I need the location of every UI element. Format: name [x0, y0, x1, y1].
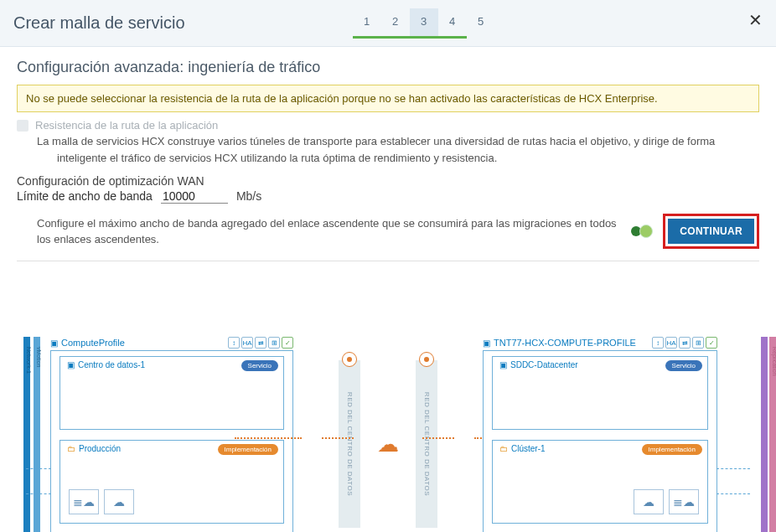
- right-site-frame: ▣ SDDC-Datacenter Servicio 🗀 Clúster-1 I…: [483, 350, 717, 532]
- left-dashed-link-1: [26, 468, 51, 469]
- chain-icon: ⇄: [255, 337, 266, 349]
- app-path-resiliency-checkbox: [17, 120, 28, 132]
- step-5[interactable]: 5: [467, 8, 495, 38]
- profile-icon: ▣: [50, 338, 58, 348]
- wizard-body: Configuración avanzada: ingeniería de tr…: [0, 47, 776, 532]
- center-zone: RED DEL CENTRO DE DATOS ☁ RED DEL CENTRO…: [293, 337, 483, 532]
- dc-node-left-icon: [342, 352, 357, 367]
- right-profile-icons: ↕ HA ⇄ ⊞ ✓: [652, 337, 717, 349]
- right-rails: Replication Administrador de HCX: [759, 337, 776, 532]
- check-icon: ✓: [282, 337, 293, 349]
- right-service-container: ▣ SDDC-Datacenter Servicio: [492, 356, 708, 430]
- updown-icon: ↕: [228, 337, 240, 349]
- right-dashed-link-1: [717, 468, 750, 469]
- right-profile-title: ▣ TNT77-HCX-COMPUTE-PROFILE: [483, 338, 636, 348]
- ha-icon: HA: [665, 337, 677, 349]
- continue-highlight: CONTINUAR: [663, 214, 759, 249]
- bandwidth-row: Límite de ancho de banda Mb/s: [17, 189, 759, 204]
- uplink-config-text: Configure el máximo ancho de banda agreg…: [17, 215, 620, 248]
- right-deployment-container: 🗀 Clúster-1 Implementación ☁ ≣☁: [492, 440, 708, 524]
- service-pill: Servicio: [665, 360, 702, 371]
- left-service-container: ▣ Centro de datos-1 Servicio: [59, 356, 284, 430]
- wizard-title: Crear malla de servicio: [13, 13, 185, 33]
- left-site: Network-1 vMotion Administrador de HCX ▣…: [17, 337, 293, 532]
- cloud-icon: ☁: [377, 431, 399, 457]
- rail-blue1: Network-1: [23, 337, 30, 532]
- net-icon: ⊞: [268, 337, 280, 349]
- app-path-resiliency-row: Resistencia de la ruta de la aplicación: [17, 119, 759, 132]
- net-icon: ⊞: [692, 337, 704, 349]
- led-light-icon: [639, 225, 653, 238]
- wan-optimization-heading: Configuración de optimización WAN: [17, 174, 759, 188]
- topology-diagram: Network-1 vMotion Administrador de HCX ▣…: [17, 337, 759, 532]
- dash-cloud-to-col-r: [422, 437, 454, 439]
- right-dc-label: ▣ SDDC-Datacenter: [499, 360, 578, 369]
- wizard-header: Crear malla de servicio 1 2 3 4 5 ✕: [0, 0, 776, 47]
- bandwidth-input[interactable]: [161, 189, 228, 204]
- right-bottom-label: Administrador de HCX: [727, 471, 776, 532]
- app-path-resiliency-description: La malla de servicios HCX construye vari…: [37, 133, 759, 166]
- uplink-toggle[interactable]: [631, 225, 653, 238]
- impl-pill: Implementación: [218, 444, 278, 455]
- appliance-cloud-icon: ☁: [634, 489, 664, 514]
- center-col-right: RED DEL CENTRO DE DATOS: [416, 360, 437, 528]
- page-title: Configuración avanzada: ingeniería de tr…: [17, 59, 759, 76]
- bandwidth-label: Límite de ancho de banda: [17, 189, 153, 203]
- dc-icon: ▣: [499, 360, 507, 369]
- close-icon[interactable]: ✕: [748, 10, 763, 30]
- left-rails: Network-1 vMotion Administrador de HCX: [17, 337, 50, 532]
- left-appliance-row: ≣☁ ☁: [69, 489, 134, 514]
- left-prod-label: 🗀 Producción: [67, 444, 121, 453]
- right-appliance-row: ☁ ≣☁: [634, 489, 699, 514]
- center-col-left: RED DEL CENTRO DE DATOS: [339, 360, 360, 528]
- dc-node-right-icon: [419, 352, 434, 367]
- left-profile-icons: ↕ HA ⇄ ⊞ ✓: [228, 337, 293, 349]
- chain-icon: ⇄: [679, 337, 691, 349]
- appliance-stack-icon: ≣☁: [69, 489, 99, 514]
- left-deployment-container: 🗀 Producción Implementación ≣☁ ☁: [59, 440, 284, 524]
- left-dashed-link-2: [26, 493, 51, 494]
- check-icon: ✓: [706, 337, 717, 349]
- updown-icon: ↕: [652, 337, 664, 349]
- center-col-right-label: RED DEL CENTRO DE DATOS: [423, 392, 431, 496]
- wizard-steps: 1 2 3 4 5: [353, 8, 495, 38]
- step-2[interactable]: 2: [381, 8, 410, 38]
- right-site: ▣ TNT77-HCX-COMPUTE-PROFILE ↕ HA ⇄ ⊞ ✓ ▣…: [483, 337, 759, 532]
- left-site-frame: ▣ Centro de datos-1 Servicio 🗀 Producció…: [50, 350, 293, 532]
- continue-button[interactable]: CONTINUAR: [668, 219, 754, 244]
- rail-blue2: vMotion: [34, 337, 40, 532]
- dash-col-to-cloud-l: [322, 437, 354, 439]
- uplink-config-row: Configure el máximo ancho de banda agreg…: [17, 210, 759, 261]
- impl-pill: Implementación: [642, 444, 702, 455]
- left-dc-label: ▣ Centro de datos-1: [67, 360, 145, 369]
- warning-banner: No se puede seleccionar la resistencia d…: [17, 85, 759, 112]
- app-path-resiliency-label: Resistencia de la ruta de la aplicación: [35, 119, 218, 132]
- right-cluster-label: 🗀 Clúster-1: [499, 444, 546, 453]
- left-profile-title: ▣ ComputeProfile: [50, 338, 125, 348]
- profile-icon: ▣: [483, 338, 490, 348]
- step-3[interactable]: 3: [410, 8, 438, 38]
- dc-icon: ▣: [67, 360, 75, 369]
- ha-icon: HA: [241, 337, 253, 349]
- folder-icon: 🗀: [499, 444, 508, 453]
- service-pill: Servicio: [241, 360, 278, 371]
- appliance-cloud-icon: ☁: [104, 489, 134, 514]
- appliance-stack-icon: ≣☁: [669, 489, 699, 514]
- step-4[interactable]: 4: [438, 8, 467, 38]
- bandwidth-unit: Mb/s: [236, 189, 261, 203]
- dash-left-to-col: [235, 437, 302, 439]
- center-col-left-label: RED DEL CENTRO DE DATOS: [346, 392, 354, 496]
- folder-icon: 🗀: [67, 444, 75, 453]
- step-1[interactable]: 1: [353, 8, 381, 38]
